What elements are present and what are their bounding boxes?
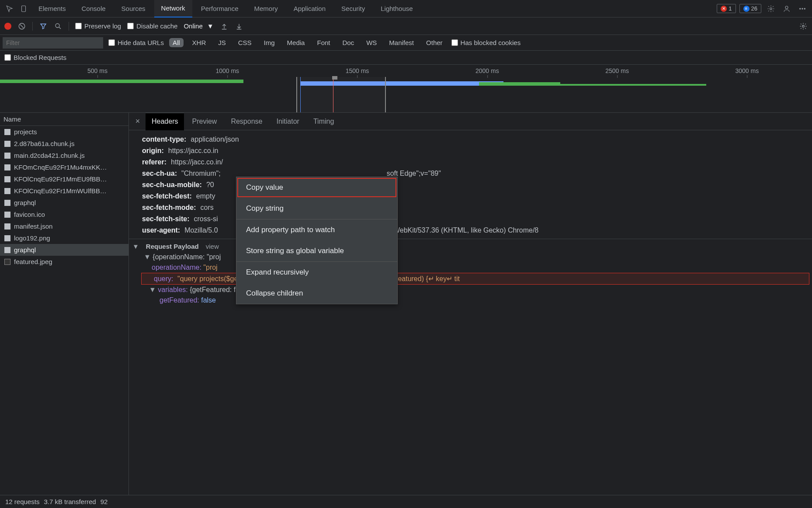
- filter-input[interactable]: [3, 37, 103, 49]
- file-icon: [4, 164, 10, 170]
- tab-sources[interactable]: Sources: [115, 0, 153, 17]
- file-icon: [4, 247, 10, 253]
- header-row[interactable]: sec-fetch-site:cross-si: [129, 213, 812, 225]
- ctx-expand[interactable]: Expand recursively: [236, 262, 397, 283]
- disable-cache-checkbox[interactable]: Disable cache: [127, 22, 177, 30]
- type-js[interactable]: JS: [215, 38, 229, 47]
- account-icon[interactable]: [781, 3, 793, 15]
- request-row[interactable]: graphql: [0, 244, 128, 256]
- header-row[interactable]: sec-fetch-dest:empty: [129, 191, 812, 202]
- file-icon: [4, 259, 10, 265]
- type-media[interactable]: Media: [284, 38, 309, 47]
- request-row[interactable]: main.d2cda421.chunk.js: [0, 150, 128, 161]
- header-row[interactable]: sec-ch-ua-mobile:?0: [129, 179, 812, 191]
- tab-timing[interactable]: Timing: [307, 113, 340, 130]
- tick: 2000 ms: [475, 67, 499, 74]
- error-badge[interactable]: ✕1: [717, 4, 736, 13]
- timeline-selection[interactable]: [296, 77, 385, 112]
- devtools-tabbar: Elements Console Sources Network Perform…: [0, 0, 812, 17]
- type-font[interactable]: Font: [313, 38, 333, 47]
- blocked-cookies-checkbox[interactable]: Has blocked cookies: [451, 39, 521, 46]
- svg-point-8: [802, 25, 805, 27]
- request-row[interactable]: KFOlCnqEu92Fr1MmWUlfBB…: [0, 185, 128, 197]
- request-name: KFOlCnqEu92Fr1MmWUlfBB…: [14, 187, 107, 195]
- upload-icon[interactable]: [220, 22, 229, 31]
- header-row[interactable]: content-type:application/json: [129, 134, 812, 145]
- ctx-store-global[interactable]: Store string as global variable: [236, 240, 397, 261]
- request-row[interactable]: featured.jpeg: [0, 256, 128, 268]
- ctx-add-watch[interactable]: Add property path to watch: [236, 219, 397, 240]
- filter-icon[interactable]: [39, 22, 48, 31]
- preserve-log-checkbox[interactable]: Preserve log: [75, 22, 121, 30]
- name-column-header[interactable]: Name: [0, 113, 128, 126]
- request-row[interactable]: projects: [0, 126, 128, 138]
- network-settings-icon[interactable]: [799, 22, 808, 31]
- request-row[interactable]: KFOlCnqEu92Fr1MmEU9fBB…: [0, 173, 128, 185]
- hide-data-urls-checkbox[interactable]: Hide data URLs: [108, 39, 164, 46]
- tab-application[interactable]: Application: [287, 0, 333, 17]
- header-row[interactable]: referer:https://jacc.co.in/: [129, 157, 812, 168]
- ctx-copy-string[interactable]: Copy string: [236, 198, 397, 219]
- blocked-requests-row: Blocked Requests: [0, 51, 812, 65]
- tab-preview[interactable]: Preview: [186, 113, 223, 130]
- timeline-bar: [0, 80, 243, 83]
- request-payload-section[interactable]: ▼ Request Payload view: [129, 239, 812, 252]
- request-name: logo192.png: [14, 234, 50, 242]
- tab-security[interactable]: Security: [334, 0, 372, 17]
- type-ws[interactable]: WS: [363, 38, 380, 47]
- header-row[interactable]: origin:https://jacc.co.in: [129, 145, 812, 157]
- tab-performance[interactable]: Performance: [194, 0, 246, 17]
- request-row[interactable]: 2.d87ba61a.chunk.js: [0, 138, 128, 150]
- tab-elements[interactable]: Elements: [31, 0, 73, 17]
- tab-headers[interactable]: Headers: [146, 113, 184, 130]
- type-img[interactable]: Img: [260, 38, 278, 47]
- ctx-copy-value[interactable]: Copy value: [236, 177, 397, 198]
- record-button[interactable]: [4, 23, 11, 30]
- header-row[interactable]: user-agent:Mozilla/5.0pleWebKit/537.36 (…: [129, 225, 812, 236]
- tab-memory[interactable]: Memory: [247, 0, 285, 17]
- tab-initiator[interactable]: Initiator: [270, 113, 305, 130]
- download-icon[interactable]: [235, 22, 243, 31]
- request-row[interactable]: manifest.json: [0, 220, 128, 232]
- clear-icon[interactable]: [17, 22, 26, 31]
- search-icon[interactable]: [54, 22, 62, 31]
- svg-point-4: [802, 8, 803, 9]
- header-row[interactable]: sec-ch-ua:"Chromium";soft Edge";v="89": [129, 168, 812, 179]
- view-source-link[interactable]: view: [206, 243, 219, 250]
- throttle-select[interactable]: Online▼: [184, 22, 213, 30]
- tab-network[interactable]: Network: [154, 0, 192, 17]
- tab-console[interactable]: Console: [75, 0, 113, 17]
- request-row[interactable]: favicon.ico: [0, 209, 128, 220]
- tab-lighthouse[interactable]: Lighthouse: [374, 0, 420, 17]
- file-icon: [4, 129, 10, 135]
- warning-badge[interactable]: ≡26: [739, 4, 761, 13]
- header-row[interactable]: sec-fetch-mode:cors: [129, 202, 812, 213]
- inspect-icon[interactable]: [3, 3, 16, 15]
- blocked-requests-checkbox[interactable]: Blocked Requests: [4, 54, 66, 61]
- request-row[interactable]: logo192.png: [0, 232, 128, 244]
- more-icon[interactable]: [796, 3, 809, 15]
- filter-bar: Hide data URLs All XHR JS CSS Img Media …: [0, 35, 812, 51]
- status-transferred: 3.7 kB transferred: [44, 498, 96, 505]
- type-doc[interactable]: Doc: [339, 38, 357, 47]
- svg-point-2: [785, 6, 788, 9]
- context-menu: Copy value Copy string Add property path…: [236, 177, 398, 304]
- type-all[interactable]: All: [169, 38, 184, 47]
- svg-point-7: [56, 24, 59, 28]
- request-row[interactable]: KFOmCnqEu92Fr1Mu4mxKK…: [0, 161, 128, 173]
- request-row[interactable]: graphql: [0, 197, 128, 209]
- timeline-handle[interactable]: [332, 76, 337, 80]
- timeline-overview[interactable]: 500 ms 1000 ms 1500 ms 2000 ms 2500 ms 3…: [0, 65, 812, 113]
- tab-response[interactable]: Response: [225, 113, 268, 130]
- type-manifest[interactable]: Manifest: [385, 38, 417, 47]
- gear-icon[interactable]: [765, 3, 777, 15]
- ctx-collapse[interactable]: Collapse children: [236, 283, 397, 304]
- device-icon[interactable]: [17, 3, 30, 15]
- close-icon[interactable]: ×: [132, 117, 144, 126]
- type-other[interactable]: Other: [423, 38, 446, 47]
- type-xhr[interactable]: XHR: [189, 38, 210, 47]
- type-css[interactable]: CSS: [235, 38, 255, 47]
- request-name: graphql: [14, 199, 36, 206]
- file-icon: [4, 200, 10, 206]
- svg-point-1: [770, 7, 772, 10]
